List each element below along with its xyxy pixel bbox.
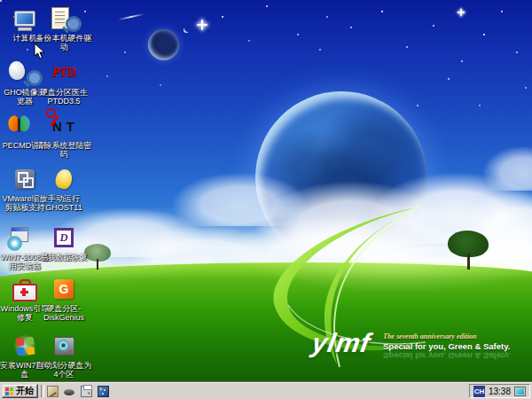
desktop-icon-auto-partition[interactable]: 自动划分硬盘为4个区 <box>35 332 92 379</box>
taskbar: 开始 CH 13:38 <box>0 382 532 399</box>
mouse-cursor <box>34 43 45 59</box>
ptdd-icon: PTD <box>35 59 92 87</box>
large-tree <box>448 231 492 270</box>
start-button-label: 开始 <box>16 385 34 397</box>
desktop-icon-clear-login-password[interactable]: NT 清除系统登陆密码 <box>35 112 92 159</box>
tagline-edition: The seventh anniversary edition <box>383 332 525 340</box>
desktop: ylmf The seventh anniversary edition Spe… <box>0 0 532 399</box>
desktop-icon-diskgenius[interactable]: G 硬盘分区-DiskGenius <box>35 275 92 322</box>
device-icon[interactable] <box>64 387 75 398</box>
tagline-slogan: Special for you, Green & Safety. <box>383 341 525 351</box>
quick-launch-bar <box>47 385 109 398</box>
system-tray: CH 13:38 <box>469 384 530 398</box>
start-button[interactable]: 开始 <box>2 384 38 398</box>
tagline-reflection: Special for you, Green & Safety. <box>383 351 525 361</box>
display-tray-icon[interactable] <box>514 387 526 396</box>
stars <box>0 0 2 2</box>
bright-star-icon <box>458 9 465 16</box>
icon-label: 清除系统登陆密码 <box>35 141 92 159</box>
icon-label: 易我数据恢复 <box>35 253 92 262</box>
input-method-indicator[interactable]: CH <box>473 386 485 397</box>
show-desktop-icon[interactable] <box>47 386 59 397</box>
desktop-icon-data-recovery[interactable]: D 易我数据恢复 <box>35 223 92 262</box>
desktop-icon-ptdd[interactable]: PTD 硬盘分区医生PTDD3.5 <box>35 59 92 106</box>
bright-star-icon <box>197 20 207 30</box>
taskbar-clock[interactable]: 13:38 <box>489 387 511 396</box>
cloud-puff <box>483 146 532 191</box>
backup-drivers-icon <box>35 4 92 33</box>
ghost-icon <box>35 165 92 193</box>
desktop-icon-run-ghost[interactable]: 手动运行GHOST11 <box>35 165 92 212</box>
nt-key-icon: NT <box>35 112 92 140</box>
hard-disk-icon <box>35 332 92 360</box>
printer-icon[interactable] <box>81 386 92 397</box>
icon-label: 自动划分硬盘为4个区 <box>35 361 92 379</box>
icon-label: 硬盘分区医生PTDD3.5 <box>35 88 92 106</box>
brand-taglines: The seventh anniversary edition Special … <box>383 332 525 361</box>
tiny-crescent-moon <box>184 25 192 32</box>
data-recovery-d-icon: D <box>35 223 92 252</box>
taskbar-separator <box>41 385 44 397</box>
icon-label: 硬盘分区-DiskGenius <box>35 304 92 322</box>
diskgenius-g-icon: G <box>35 275 92 303</box>
windows-flag-icon <box>4 387 14 396</box>
icon-label: 手动运行GHOST11 <box>35 194 92 212</box>
small-moon <box>148 29 179 60</box>
removable-disk-icon[interactable] <box>98 386 109 397</box>
